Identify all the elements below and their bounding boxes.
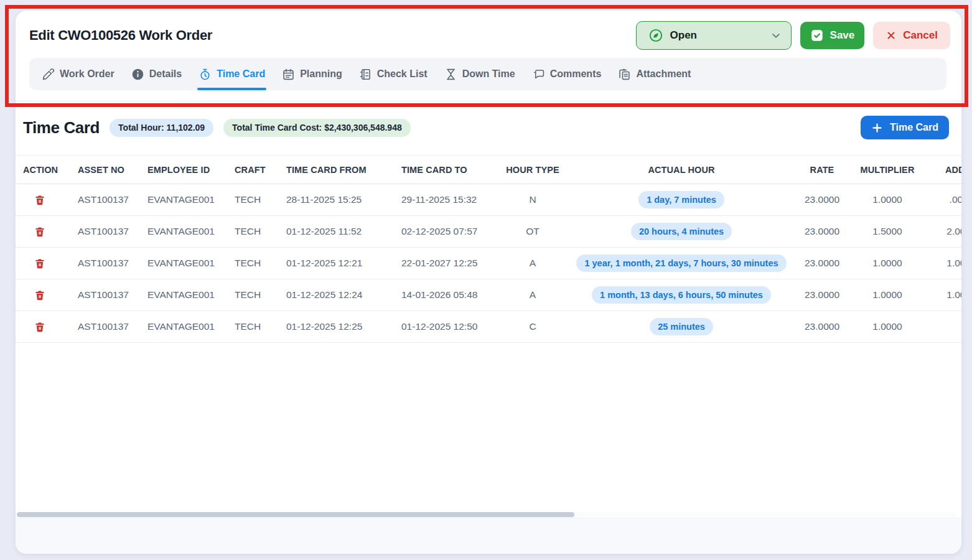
cell-actual-hour: 25 minutes	[560, 311, 803, 343]
cell-adder: 2.0000	[933, 216, 961, 248]
action-cell	[16, 248, 78, 279]
trash-icon	[34, 258, 45, 269]
cell-time-card-from: 01-12-2025 12:21	[286, 248, 401, 279]
cell-employee-id: EVANTAGE001	[147, 279, 235, 311]
total-cost-badge: Total Time Card Cost: $2,430,306,548.948	[223, 119, 411, 137]
cell-craft: TECH	[235, 248, 286, 279]
action-cell	[16, 184, 78, 216]
tab-attachment[interactable]: Attachment	[618, 58, 691, 90]
tab-label: Details	[149, 68, 182, 80]
column-header-hour-type: HOUR TYPE	[505, 156, 560, 184]
column-header-craft: CRAFT	[235, 156, 286, 184]
tab-check-list[interactable]: Check List	[359, 58, 428, 90]
cell-adder	[933, 311, 961, 343]
cell-rate: 23.0000	[803, 248, 841, 279]
checklist-icon	[359, 68, 372, 81]
comments-icon	[532, 68, 545, 81]
horizontal-scrollbar-thumb[interactable]	[17, 512, 574, 517]
column-header-time-card-to: TIME CARD TO	[401, 156, 505, 184]
actual-hour-pill: 1 month, 13 days, 6 hours, 50 minutes	[592, 286, 771, 304]
actual-hour-pill: 20 hours, 4 minutes	[631, 223, 732, 240]
add-time-card-button[interactable]: Time Card	[861, 116, 949, 139]
tab-planning[interactable]: Planning	[282, 58, 342, 90]
trash-icon	[34, 321, 45, 333]
tab-label: Planning	[300, 68, 342, 80]
delete-row-button[interactable]	[33, 193, 47, 207]
plus-icon	[871, 122, 883, 134]
timecard-table: ACTIONASSET NOEMPLOYEE IDCRAFTTIME CARD …	[16, 155, 961, 343]
cell-asset-no: AST100137	[78, 216, 147, 248]
tab-details[interactable]: Details	[131, 58, 182, 90]
tab-work-order[interactable]: Work Order	[42, 58, 114, 90]
trash-icon	[34, 194, 45, 206]
open-status-icon	[649, 29, 663, 42]
cell-hour-type: N	[505, 184, 560, 216]
column-header-asset-no: ASSET NO	[78, 156, 147, 184]
tab-bar: Work OrderDetailsTime CardPlanningCheck …	[29, 58, 946, 90]
work-order-edit-card: Edit CWO100526 Work Order Open Save	[16, 11, 961, 554]
status-value: Open	[670, 29, 762, 42]
delete-row-button[interactable]	[33, 288, 47, 302]
page-title: Edit CWO100526 Work Order	[29, 27, 212, 44]
hourglass-icon	[444, 68, 457, 81]
tab-down-time[interactable]: Down Time	[444, 58, 515, 90]
cell-employee-id: EVANTAGE001	[147, 184, 235, 216]
actual-hour-pill: 1 year, 1 month, 21 days, 7 hours, 30 mi…	[576, 254, 786, 272]
cell-asset-no: AST100137	[78, 279, 147, 311]
cell-multiplier: 1.0000	[841, 311, 933, 343]
column-header-action: ACTION	[16, 156, 78, 184]
cell-actual-hour: 1 month, 13 days, 6 hours, 50 minutes	[560, 279, 803, 311]
cell-time-card-from: 01-12-2025 12:25	[286, 311, 401, 343]
cell-employee-id: EVANTAGE001	[147, 216, 235, 248]
tab-time-card[interactable]: Time Card	[199, 58, 265, 90]
horizontal-scrollbar-track	[17, 512, 956, 517]
cell-craft: TECH	[235, 216, 286, 248]
trash-icon	[34, 226, 45, 238]
cell-adder: 1.0000	[933, 248, 961, 279]
cancel-button[interactable]: Cancel	[873, 22, 950, 49]
info-icon	[131, 68, 144, 81]
cell-time-card-from: 28-11-2025 15:25	[286, 184, 401, 216]
delete-row-button[interactable]	[33, 225, 47, 239]
tab-label: Time Card	[217, 68, 265, 80]
header: Edit CWO100526 Work Order Open Save	[16, 11, 961, 101]
tab-label: Down Time	[462, 68, 515, 80]
section-title: Time Card	[23, 118, 100, 138]
cell-multiplier: 1.0000	[841, 279, 933, 311]
total-hour-badge: Total Hour: 11,102.09	[110, 119, 213, 137]
actual-hour-pill: 1 day, 7 minutes	[638, 191, 724, 208]
cell-employee-id: EVANTAGE001	[147, 311, 235, 343]
cell-time-card-from: 01-12-2025 11:52	[286, 216, 401, 248]
table-row: AST100137EVANTAGE001TECH01-12-2025 12:21…	[16, 248, 961, 279]
delete-row-button[interactable]	[33, 320, 47, 334]
cell-time-card-to: 02-12-2025 07:57	[401, 216, 505, 248]
column-header-multiplier: MULTIPLIER	[841, 156, 933, 184]
cell-asset-no: AST100137	[78, 184, 147, 216]
cell-rate: 23.0000	[803, 279, 841, 311]
status-dropdown[interactable]: Open	[636, 21, 792, 50]
save-button[interactable]: Save	[800, 22, 865, 49]
tab-comments[interactable]: Comments	[532, 58, 602, 90]
cell-craft: TECH	[235, 279, 286, 311]
add-time-card-label: Time Card	[890, 122, 938, 133]
card-footer	[16, 518, 961, 554]
column-header-time-card-from: TIME CARD FROM	[286, 156, 401, 184]
cell-time-card-to: 29-11-2025 15:32	[401, 184, 505, 216]
action-cell	[16, 216, 78, 248]
action-cell	[16, 311, 78, 343]
chevron-down-icon	[770, 29, 782, 42]
delete-row-button[interactable]	[33, 256, 47, 271]
cell-hour-type: OT	[505, 216, 560, 248]
check-square-icon	[810, 29, 824, 42]
trash-icon	[34, 289, 45, 301]
table-row: AST100137EVANTAGE001TECH01-12-2025 12:24…	[16, 279, 961, 311]
cell-time-card-to: 01-12-2025 12:50	[401, 311, 505, 343]
cell-hour-type: C	[505, 311, 560, 343]
tab-label: Attachment	[636, 68, 691, 80]
tab-label: Comments	[550, 68, 602, 80]
stopwatch-icon	[199, 68, 212, 81]
cell-time-card-from: 01-12-2025 12:24	[286, 279, 401, 311]
cell-time-card-to: 22-01-2027 12:25	[401, 248, 505, 279]
column-header-adder: ADDER	[933, 156, 961, 184]
timecard-section-header: Time Card Total Hour: 11,102.09 Total Ti…	[23, 115, 949, 140]
